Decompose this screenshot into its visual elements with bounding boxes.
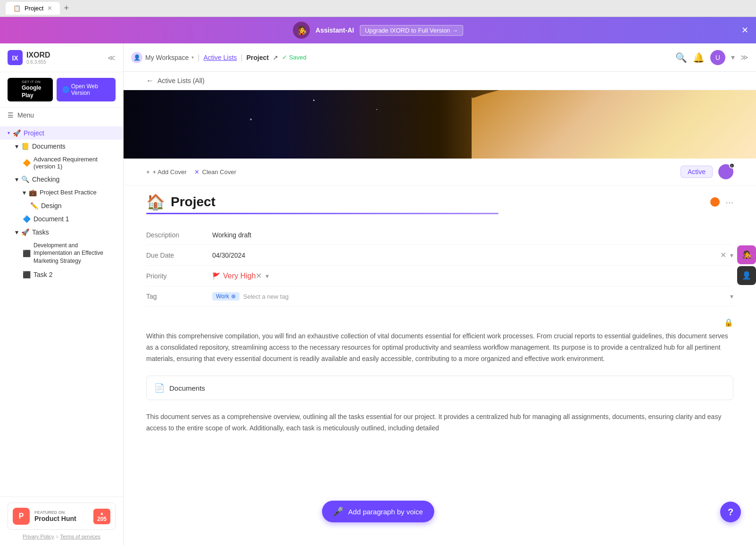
saved-check-icon: ✓ (282, 54, 287, 61)
ph-count-num: 205 (97, 516, 107, 522)
open-web-label: Open Web Version (71, 83, 110, 96)
description-value[interactable]: Working draft (212, 231, 733, 239)
sidebar-store: ▶ GET IT ON Google Play 🌐 Open Web Versi… (0, 72, 123, 108)
avatar-notification-dot: i (729, 163, 735, 168)
adv-label: Advanced Requirement (version 1) (33, 156, 116, 170)
documents-section-title: Documents (169, 384, 205, 392)
tab-add-button[interactable]: + (64, 3, 69, 13)
search-button[interactable]: 🔍 (675, 52, 687, 63)
docs-emoji: 📒 (21, 143, 29, 150)
sidebar-item-tasks[interactable]: ▾ 🚀 Tasks (0, 226, 123, 239)
breadcrumb-sep2: | (241, 53, 242, 62)
priority-expand-button[interactable]: ▾ (266, 272, 269, 280)
project-emoji: 🚀 (13, 129, 21, 137)
back-nav-label: Active Lists (All) (158, 77, 205, 84)
external-link-button[interactable]: ↗ (273, 54, 278, 61)
app-layout: IX IXORD 0.6.3.655 ≪ ▶ GET IT ON Google … (0, 43, 756, 545)
active-badge[interactable]: Active (681, 166, 713, 178)
doc-description-2[interactable]: This document serves as a comprehensive … (146, 411, 733, 434)
add-cover-button[interactable]: + + Add Cover (146, 168, 187, 176)
banner-avatar: 🧑‍🎤 (293, 22, 310, 39)
doc-cover-image (124, 90, 756, 159)
menu-item[interactable]: ☰ Menu (0, 108, 123, 123)
logo-area: IX IXORD 0.6.3.655 (8, 50, 50, 65)
sidebar-item-advanced-req[interactable]: 🔶 Advanced Requirement (version 1) (0, 153, 123, 173)
tab-label: Project (25, 5, 43, 12)
privacy-link[interactable]: Privary Policy (23, 534, 54, 539)
title-more-button[interactable]: ··· (725, 197, 733, 208)
sidebar-item-dev-impl[interactable]: ⬛ Development and Implementation an Effe… (0, 239, 123, 268)
sidebar-item-design[interactable]: ✏️ Design (0, 199, 123, 212)
back-arrow-icon: ← (146, 76, 154, 85)
due-date-clear-button[interactable]: ✕ (720, 251, 726, 260)
side-avatar-1[interactable]: 🧑‍🎤 (737, 245, 756, 264)
google-play-button[interactable]: ▶ GET IT ON Google Play (8, 78, 53, 101)
toolbar-avatar[interactable]: i (718, 164, 733, 179)
help-button[interactable]: ? (720, 502, 741, 522)
svg-text:IX: IX (12, 54, 18, 62)
project-label: Project (24, 129, 44, 137)
tasks-chevron: ▾ (15, 228, 18, 236)
doc-description[interactable]: Within this comprehensive compilation, y… (146, 331, 733, 364)
add-paragraph-voice-button[interactable]: 🎤 Add paragraph by voice (322, 501, 434, 522)
banner-close-icon[interactable]: ✕ (741, 25, 748, 35)
sidebar-item-documents[interactable]: ▾ 📒 Documents (0, 140, 123, 153)
documents-section-box[interactable]: 📄 Documents (146, 376, 733, 400)
title-color-dot[interactable] (710, 197, 720, 207)
sidebar-item-checking[interactable]: ▾ 🔍 Checking (0, 173, 123, 186)
notification-button[interactable]: 🔔 (693, 52, 705, 63)
dev-icon: ⬛ (23, 250, 31, 257)
product-hunt-icon: P (13, 508, 30, 525)
doc-cover (124, 90, 756, 159)
due-date-value[interactable]: 04/30/2024 (212, 252, 720, 259)
terms-link[interactable]: Terms of services (60, 534, 100, 539)
tag-work-chip[interactable]: Work ⊗ (212, 292, 240, 301)
sidebar-item-project-best[interactable]: ▾ 💼 Project Best Practice (0, 186, 123, 199)
priority-clear-button[interactable]: ✕ (256, 271, 262, 280)
sidebar-collapse-button[interactable]: ≪ (108, 53, 116, 62)
side-avatar-2[interactable]: 👤 (737, 266, 756, 285)
product-hunt-badge[interactable]: P FEATURED ON Product Hunt ▲ 205 (8, 503, 116, 530)
logo-text-area: IXORD 0.6.3.655 (26, 51, 50, 65)
open-web-button[interactable]: 🌐 Open Web Version (57, 78, 116, 101)
doc-title[interactable]: Project (171, 194, 705, 210)
upgrade-button[interactable]: Upgrade IXORD to Full Version → (360, 25, 463, 36)
tag-actions: ▾ (730, 293, 733, 300)
sidebar-footer: P FEATURED ON Product Hunt ▲ 205 Privary… (0, 496, 123, 545)
workspace-label: My Workspace (145, 54, 189, 61)
add-cover-label: + Add Cover (153, 168, 187, 176)
doc-title-actions: ··· (710, 197, 733, 208)
active-label: Active (688, 168, 706, 176)
clean-cover-label: Clean Cover (202, 168, 236, 176)
sidebar-item-project[interactable]: ▾ 🚀 Project (0, 126, 123, 140)
sidebar-item-task2[interactable]: ⬛ Task 2 (0, 268, 123, 281)
breadcrumb: 👤 My Workspace ▾ | Active Lists | Projec… (131, 52, 672, 63)
workspace-chevron: ▾ (191, 55, 194, 60)
tab-close-icon[interactable]: ✕ (47, 5, 52, 12)
user-avatar[interactable]: U (710, 50, 725, 65)
checking-chevron: ▾ (15, 176, 18, 183)
right-collapse-button[interactable]: ≫ (740, 53, 748, 62)
upgrade-text: Upgrade IXORD to Full Version (365, 27, 450, 34)
sidebar-item-document1[interactable]: 🔷 Document 1 (0, 212, 123, 226)
tag-expand-button[interactable]: ▾ (730, 293, 733, 300)
doc-toolbar: + + Add Cover ✕ Clean Cover Active i (124, 159, 756, 185)
tag-select-placeholder[interactable]: Select a new tag (243, 293, 289, 300)
tag-remove-button[interactable]: ⊗ (231, 293, 236, 300)
google-play-text: GET IT ON Google Play (22, 80, 48, 100)
dev-label: Development and Implementation an Effect… (33, 242, 116, 265)
tab-favicon: 📋 (13, 5, 21, 12)
breadcrumb-workspace[interactable]: 👤 My Workspace ▾ (131, 52, 194, 63)
doc-area: ← Active Lists (All) (124, 72, 756, 545)
breadcrumb-active-lists[interactable]: Active Lists (203, 54, 237, 61)
browser-tab[interactable]: 📋 Project ✕ (6, 2, 60, 15)
google-play-label: GET IT ON (22, 80, 48, 84)
menu-hamburger-icon: ☰ (8, 111, 14, 119)
due-date-expand-button[interactable]: ▾ (730, 252, 733, 259)
saved-label: Saved (289, 54, 307, 61)
back-nav[interactable]: ← Active Lists (All) (124, 72, 756, 90)
priority-value[interactable]: 🚩 Very High (212, 272, 256, 280)
clean-cover-button[interactable]: ✕ Clean Cover (194, 168, 236, 176)
logo-name: IXORD (26, 51, 50, 59)
best-chevron: ▾ (23, 189, 26, 196)
